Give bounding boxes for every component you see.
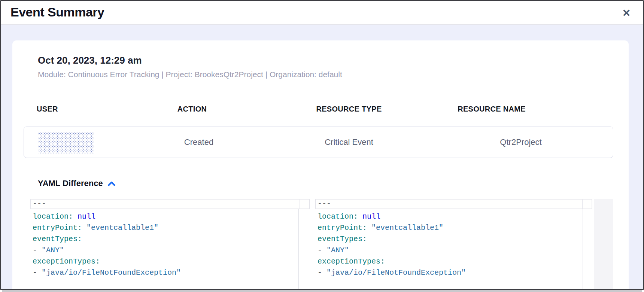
code-line: --- — [33, 199, 310, 211]
code-line: eventTypes: — [318, 234, 613, 245]
code-line: --- — [318, 199, 613, 211]
user-redacted-avatar — [38, 132, 94, 153]
table-row: Created Critical Event Qtr2Project — [24, 127, 613, 158]
code-line: entryPoint: "eventcallable1" — [33, 222, 310, 234]
modal-header: Event Summary ✕ — [1, 1, 643, 25]
code-line: - "ANY" — [318, 245, 613, 256]
yaml-difference-toggle[interactable]: YAML Difference — [38, 179, 116, 188]
modal-body: Oct 20, 2023, 12:29 am Module: Continuou… — [1, 25, 643, 289]
event-summary-modal: Event Summary ✕ Oct 20, 2023, 12:29 am M… — [0, 0, 644, 290]
yaml-difference-label: YAML Difference — [38, 179, 103, 188]
code-line: exceptionTypes: — [318, 256, 613, 267]
code-line: - "java/io/FileNotFoundException" — [33, 267, 310, 279]
event-meta: Module: Continuous Error Tracking | Proj… — [38, 70, 342, 79]
close-icon: ✕ — [622, 7, 631, 19]
cell-resource-type: Critical Event — [325, 137, 373, 147]
event-timestamp: Oct 20, 2023, 12:29 am — [38, 55, 142, 66]
code-line: eventTypes: — [33, 234, 310, 245]
window-bottom-edge — [2, 290, 642, 292]
column-header-user: USER — [37, 105, 58, 113]
close-button[interactable]: ✕ — [620, 6, 633, 20]
code-line: location: null — [318, 211, 613, 222]
modal-title: Event Summary — [10, 5, 104, 19]
column-header-resource-type: RESOURCE TYPE — [316, 105, 382, 113]
code-line: location: null — [33, 211, 310, 222]
cell-resource-name: Qtr2Project — [500, 137, 541, 147]
screenshot-frame: Event Summary ✕ Oct 20, 2023, 12:29 am M… — [0, 0, 644, 292]
yaml-editor-left[interactable]: ---location: nullentryPoint: "eventcalla… — [30, 199, 310, 289]
chevron-up-icon — [107, 181, 116, 186]
code-line: entryPoint: "eventcallable1" — [318, 222, 613, 234]
code-line: - "java/io/FileNotFoundException" — [318, 267, 613, 279]
column-header-action: ACTION — [177, 105, 207, 113]
yaml-editor-right[interactable]: ---location: nullentryPoint: "eventcalla… — [315, 199, 613, 289]
code-line: exceptionTypes: — [33, 256, 310, 267]
code-line: - "ANY" — [33, 245, 310, 256]
column-header-resource-name: RESOURCE NAME — [458, 105, 526, 113]
cell-action: Created — [184, 137, 213, 147]
yaml-code-right: ---location: nullentryPoint: "eventcalla… — [318, 199, 613, 279]
yaml-code-left: ---location: nullentryPoint: "eventcalla… — [33, 199, 310, 279]
